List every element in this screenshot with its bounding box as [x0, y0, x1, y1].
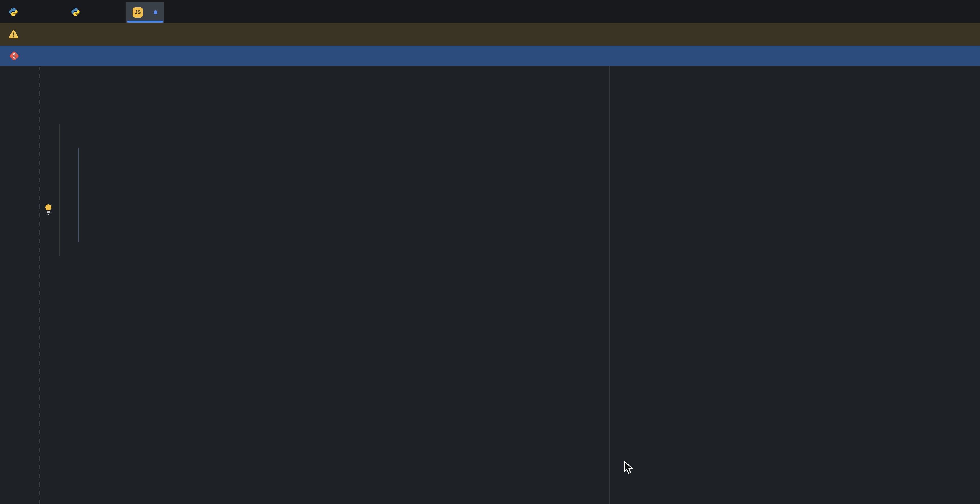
python-file-icon: [8, 7, 18, 18]
javascript-file-icon: JS: [133, 7, 143, 17]
tab-code-js[interactable]: JS: [126, 2, 164, 22]
mouse-cursor: [623, 461, 635, 476]
active-tab-underline: [127, 21, 163, 22]
warning-triangle-icon: [8, 30, 19, 39]
quick-fix-lightbulb-icon[interactable]: [44, 204, 52, 215]
active-scope-indent-guide: [78, 148, 79, 242]
modified-dot-icon: [154, 11, 158, 14]
gutter-separator: [39, 66, 40, 504]
tab-main1-py[interactable]: [64, 2, 91, 22]
generated-file-warning-banner: [0, 22, 980, 46]
code-editor[interactable]: [0, 66, 980, 504]
gitlens-info-banner: [0, 46, 980, 66]
python-file-icon: [71, 7, 80, 18]
column-ruler: [609, 66, 609, 504]
tab-main-py[interactable]: [2, 2, 29, 22]
editor-tab-bar: JS: [0, 0, 980, 22]
indent-guide: [59, 124, 60, 256]
gitlens-diamond-icon: [8, 50, 20, 62]
